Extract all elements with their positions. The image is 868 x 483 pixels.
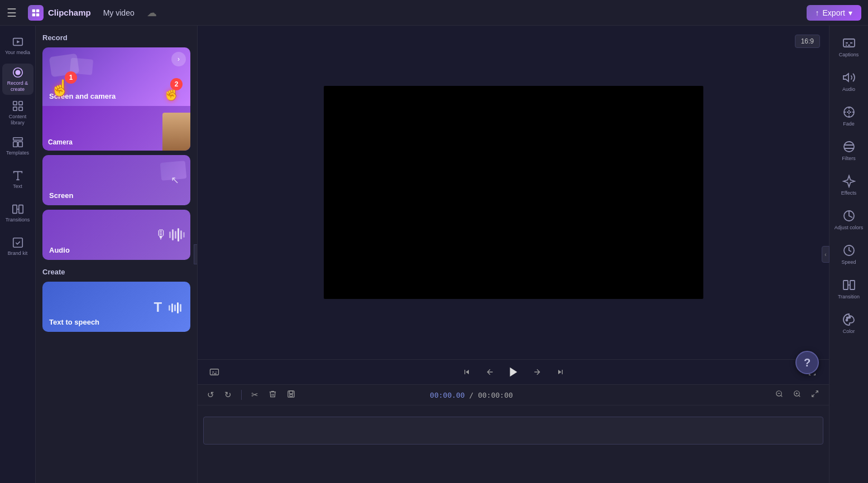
svg-rect-15 bbox=[12, 205, 16, 214]
cursor-indicator: ↖ bbox=[171, 174, 179, 186]
right-item-audio[interactable]: Audio bbox=[832, 65, 866, 98]
video-preview bbox=[324, 86, 703, 299]
skip-forward-button[interactable] bbox=[553, 364, 568, 380]
undo-button[interactable]: ↺ bbox=[204, 388, 217, 402]
camera-label: Camera bbox=[48, 138, 73, 146]
svg-line-27 bbox=[799, 395, 800, 397]
zoom-out-button[interactable] bbox=[772, 389, 787, 401]
svg-rect-12 bbox=[13, 138, 22, 141]
sidebar-item-brand-kit[interactable]: Brand kit bbox=[2, 231, 33, 262]
topbar-right: ↑ Export ▾ bbox=[807, 5, 861, 21]
svg-rect-3 bbox=[36, 13, 39, 16]
svg-marker-33 bbox=[843, 74, 848, 81]
svg-rect-17 bbox=[13, 238, 22, 248]
svg-point-35 bbox=[844, 142, 854, 152]
svg-rect-1 bbox=[36, 9, 39, 12]
aspect-ratio-button[interactable]: 16:9 bbox=[795, 35, 820, 48]
svg-rect-39 bbox=[850, 281, 855, 289]
expand-timeline-button[interactable] bbox=[808, 389, 822, 401]
save-frame-button[interactable] bbox=[284, 388, 298, 402]
svg-rect-11 bbox=[18, 107, 22, 110]
tts-card[interactable]: Text to speech T bbox=[42, 282, 190, 332]
mic-wave-icon: 🎙 bbox=[155, 228, 185, 242]
zoom-controls bbox=[772, 389, 822, 401]
svg-rect-22 bbox=[290, 394, 292, 397]
badge-2: 2 bbox=[170, 78, 183, 90]
svg-marker-5 bbox=[17, 40, 20, 44]
svg-point-41 bbox=[846, 317, 848, 318]
app-logo: Clipchamp bbox=[28, 5, 91, 21]
svg-rect-16 bbox=[18, 205, 22, 214]
screen-camera-top: › ☝️ 1 ☝️ 2 Screen and camera bbox=[42, 47, 190, 106]
panel-collapse-button[interactable]: ‹ bbox=[194, 244, 198, 264]
menu-button[interactable]: ☰ bbox=[7, 6, 17, 20]
screen-card[interactable]: Screen ↖ bbox=[42, 155, 190, 205]
delete-button[interactable] bbox=[266, 388, 280, 402]
trim-out-button[interactable] bbox=[529, 364, 545, 380]
timeline-area[interactable] bbox=[198, 405, 829, 483]
tts-icon: T bbox=[154, 298, 181, 316]
right-item-fade[interactable]: Fade bbox=[832, 99, 866, 133]
svg-point-40 bbox=[846, 319, 847, 321]
record-section-title: Record bbox=[42, 33, 190, 42]
svg-rect-10 bbox=[13, 107, 16, 110]
logo-icon bbox=[28, 5, 44, 21]
svg-rect-0 bbox=[32, 9, 35, 12]
audio-card[interactable]: Audio 🎙 bbox=[42, 210, 190, 260]
svg-rect-21 bbox=[289, 391, 292, 394]
trim-in-button[interactable] bbox=[482, 364, 498, 380]
svg-point-6 bbox=[15, 70, 20, 75]
redo-button[interactable]: ↻ bbox=[222, 388, 234, 402]
export-upload-icon: ↑ bbox=[816, 8, 819, 17]
record-panel: Record › ☝️ 1 ☝️ 2 Screen and camera bbox=[36, 26, 198, 483]
right-item-filters[interactable]: Filters bbox=[832, 134, 866, 167]
right-item-effects[interactable]: Effects bbox=[832, 168, 866, 202]
skip-back-button[interactable] bbox=[459, 364, 474, 380]
right-item-color[interactable]: Color bbox=[832, 307, 866, 340]
audio-label: Audio bbox=[49, 246, 70, 254]
screen-label: Screen bbox=[49, 191, 73, 200]
sidebar-item-templates[interactable]: Templates bbox=[2, 131, 33, 162]
svg-line-31 bbox=[812, 394, 814, 397]
left-sidebar: Your media Record & create Content libra… bbox=[0, 26, 36, 483]
svg-rect-2 bbox=[32, 13, 35, 16]
cut-button[interactable]: ✂ bbox=[248, 388, 261, 402]
zoom-in-button[interactable] bbox=[790, 389, 804, 401]
timeline-track bbox=[203, 417, 823, 445]
right-sidebar: ‹ Captions Audio Fade Filters Effects Ad… bbox=[829, 26, 868, 483]
svg-rect-32 bbox=[843, 39, 855, 47]
screen-camera-expand[interactable]: › bbox=[171, 52, 186, 66]
badge-1: 1 bbox=[65, 71, 77, 84]
right-item-speed[interactable]: Speed bbox=[832, 238, 866, 271]
screen-camera-card[interactable]: › ☝️ 1 ☝️ 2 Screen and camera Camera bbox=[42, 47, 190, 151]
sidebar-item-record-create[interactable]: Record & create bbox=[2, 64, 33, 95]
svg-line-24 bbox=[781, 395, 783, 397]
toolbar-divider-1 bbox=[241, 390, 242, 400]
timeline-toolbar: ↺ ↻ ✂ 00:00.00 / 00:00:00 bbox=[198, 384, 829, 405]
svg-rect-9 bbox=[18, 101, 22, 104]
tts-label: Text to speech bbox=[49, 318, 99, 326]
main-layout: Your media Record & create Content libra… bbox=[0, 26, 868, 483]
video-title[interactable]: My video bbox=[98, 6, 140, 20]
right-item-adjust-colors[interactable]: Adjust colors bbox=[832, 203, 866, 236]
help-button[interactable]: ? bbox=[795, 351, 819, 374]
export-button[interactable]: ↑ Export ▾ bbox=[807, 5, 861, 21]
app-name: Clipchamp bbox=[48, 8, 91, 17]
play-button[interactable] bbox=[506, 364, 521, 380]
create-section-title: Create bbox=[42, 268, 190, 276]
right-collapse-button[interactable]: ‹ bbox=[822, 246, 829, 263]
sidebar-item-your-media[interactable]: Your media bbox=[2, 30, 33, 61]
sidebar-item-content-library[interactable]: Content library bbox=[2, 97, 33, 128]
svg-marker-19 bbox=[510, 368, 517, 377]
sidebar-item-text[interactable]: Text bbox=[2, 164, 33, 195]
right-item-transition[interactable]: Transition bbox=[832, 272, 866, 306]
captions-button[interactable] bbox=[207, 364, 222, 380]
cloud-save-icon[interactable]: ☁ bbox=[147, 7, 157, 19]
topbar: ☰ Clipchamp My video ☁ ↑ Export ▾ bbox=[0, 0, 868, 26]
svg-rect-8 bbox=[13, 101, 16, 104]
sidebar-item-transitions[interactable]: Transitions bbox=[2, 197, 33, 229]
right-item-captions[interactable]: Captions bbox=[832, 30, 866, 64]
svg-line-30 bbox=[816, 391, 818, 393]
svg-point-42 bbox=[848, 316, 850, 318]
playback-controls bbox=[198, 359, 829, 384]
